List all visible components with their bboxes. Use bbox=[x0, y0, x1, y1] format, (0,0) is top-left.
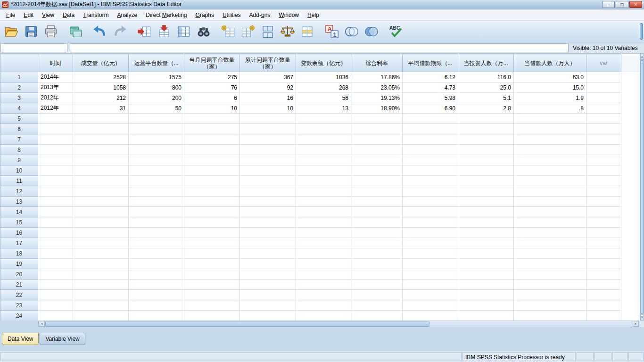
cell-r24-c5[interactable] bbox=[296, 311, 351, 321]
column-header-3[interactable]: 当月问题平台数量 （家） bbox=[184, 54, 240, 72]
column-header-5[interactable]: 贷款余额（亿元） bbox=[296, 54, 351, 72]
use-variable-sets-icon[interactable] bbox=[343, 23, 360, 41]
cell-r22-c0[interactable] bbox=[38, 290, 73, 300]
row-header-23[interactable]: 23 bbox=[0, 300, 38, 311]
cell-r4-c1[interactable]: 31 bbox=[73, 103, 129, 114]
cell-r24-c6[interactable] bbox=[351, 311, 403, 321]
hscroll-track[interactable] bbox=[430, 321, 633, 327]
cell-r15-c4[interactable] bbox=[240, 217, 296, 228]
cell-r13-c10[interactable] bbox=[586, 197, 621, 207]
cell-r7-c6[interactable] bbox=[351, 134, 403, 145]
cell-r6-c7[interactable] bbox=[403, 124, 458, 134]
cell-r2-c0[interactable]: 2013年 bbox=[38, 82, 73, 93]
minimize-button[interactable]: – bbox=[602, 1, 615, 8]
row-header-3[interactable]: 3 bbox=[0, 93, 38, 103]
cell-r13-c3[interactable] bbox=[184, 197, 240, 207]
cell-r19-c1[interactable] bbox=[73, 259, 129, 269]
cell-r10-c6[interactable] bbox=[351, 165, 403, 176]
cell-r1-c5[interactable]: 1036 bbox=[296, 72, 351, 82]
cell-r18-c0[interactable] bbox=[38, 248, 73, 259]
cell-r7-c2[interactable] bbox=[129, 134, 184, 145]
cell-r6-c10[interactable] bbox=[586, 124, 621, 134]
cell-r23-c7[interactable] bbox=[403, 300, 458, 311]
scroll-down-arrow-icon[interactable]: ▼ bbox=[640, 314, 644, 321]
cell-r6-c8[interactable] bbox=[458, 124, 514, 134]
recall-dialogs-icon[interactable] bbox=[67, 23, 84, 41]
cell-r14-c3[interactable] bbox=[184, 207, 240, 217]
print-icon[interactable] bbox=[42, 23, 59, 41]
cell-r24-c7[interactable] bbox=[403, 311, 458, 321]
cell-r2-c7[interactable]: 4.73 bbox=[403, 82, 458, 93]
row-header-15[interactable]: 15 bbox=[0, 217, 38, 228]
cell-r5-c9[interactable] bbox=[514, 114, 586, 124]
cell-r17-c6[interactable] bbox=[351, 238, 403, 248]
close-button[interactable]: × bbox=[629, 1, 642, 8]
scroll-left-arrow-icon[interactable]: ◄ bbox=[39, 321, 45, 327]
cell-r9-c1[interactable] bbox=[73, 155, 129, 165]
cell-r10-c0[interactable] bbox=[38, 165, 73, 176]
cell-r16-c1[interactable] bbox=[73, 228, 129, 238]
cell-r5-c2[interactable] bbox=[129, 114, 184, 124]
cell-r11-c9[interactable] bbox=[514, 176, 586, 186]
cell-r9-c8[interactable] bbox=[458, 155, 514, 165]
cell-r13-c6[interactable] bbox=[351, 197, 403, 207]
cell-r23-c9[interactable] bbox=[514, 300, 586, 311]
cell-r19-c8[interactable] bbox=[458, 259, 514, 269]
cell-r6-c9[interactable] bbox=[514, 124, 586, 134]
column-header-6[interactable]: 综合利率 bbox=[351, 54, 403, 72]
cell-r20-c5[interactable] bbox=[296, 269, 351, 280]
cell-r2-c5[interactable]: 268 bbox=[296, 82, 351, 93]
cell-r20-c4[interactable] bbox=[240, 269, 296, 280]
cell-r6-c0[interactable] bbox=[38, 124, 73, 134]
cell-r4-c6[interactable]: 18.90% bbox=[351, 103, 403, 114]
cell-r23-c2[interactable] bbox=[129, 300, 184, 311]
scroll-up-arrow-icon[interactable]: ▲ bbox=[640, 54, 644, 60]
cell-r18-c6[interactable] bbox=[351, 248, 403, 259]
cell-r14-c2[interactable] bbox=[129, 207, 184, 217]
cell-r19-c9[interactable] bbox=[514, 259, 586, 269]
cell-r11-c0[interactable] bbox=[38, 176, 73, 186]
cell-r16-c4[interactable] bbox=[240, 228, 296, 238]
cell-r23-c1[interactable] bbox=[73, 300, 129, 311]
cell-r14-c7[interactable] bbox=[403, 207, 458, 217]
cell-r5-c0[interactable] bbox=[38, 114, 73, 124]
column-header-7[interactable]: 平均借款期限（... bbox=[403, 54, 458, 72]
row-header-19[interactable]: 19 bbox=[0, 259, 38, 269]
cell-r17-c0[interactable] bbox=[38, 238, 73, 248]
cell-r4-c8[interactable]: 2.8 bbox=[458, 103, 514, 114]
cell-r7-c9[interactable] bbox=[514, 134, 586, 145]
cell-r20-c6[interactable] bbox=[351, 269, 403, 280]
cell-r22-c7[interactable] bbox=[403, 290, 458, 300]
insert-variable-icon[interactable] bbox=[239, 23, 256, 41]
cell-r9-c7[interactable] bbox=[403, 155, 458, 165]
cell-r18-c5[interactable] bbox=[296, 248, 351, 259]
open-data-icon[interactable] bbox=[3, 23, 20, 41]
tab-variable-view[interactable]: Variable View bbox=[40, 333, 85, 345]
cell-r14-c8[interactable] bbox=[458, 207, 514, 217]
cell-r22-c6[interactable] bbox=[351, 290, 403, 300]
cell-r15-c0[interactable] bbox=[38, 217, 73, 228]
cell-r10-c2[interactable] bbox=[129, 165, 184, 176]
cell-r13-c9[interactable] bbox=[514, 197, 586, 207]
cell-edit-field[interactable] bbox=[70, 43, 569, 52]
cell-r24-c10[interactable] bbox=[586, 311, 621, 321]
cell-r2-c6[interactable]: 23.05% bbox=[351, 82, 403, 93]
cell-r17-c2[interactable] bbox=[129, 238, 184, 248]
cell-r21-c1[interactable] bbox=[73, 280, 129, 290]
cell-r24-c4[interactable] bbox=[240, 311, 296, 321]
cell-r12-c2[interactable] bbox=[129, 186, 184, 197]
cell-r20-c8[interactable] bbox=[458, 269, 514, 280]
cell-r22-c3[interactable] bbox=[184, 290, 240, 300]
cell-r22-c8[interactable] bbox=[458, 290, 514, 300]
cell-r14-c9[interactable] bbox=[514, 207, 586, 217]
cell-r9-c5[interactable] bbox=[296, 155, 351, 165]
cell-r11-c10[interactable] bbox=[586, 176, 621, 186]
row-header-12[interactable]: 12 bbox=[0, 186, 38, 197]
cell-r24-c2[interactable] bbox=[129, 311, 184, 321]
cell-r17-c4[interactable] bbox=[240, 238, 296, 248]
cell-r18-c10[interactable] bbox=[586, 248, 621, 259]
column-header-4[interactable]: 累计问题平台数量 （家） bbox=[240, 54, 296, 72]
cell-r16-c2[interactable] bbox=[129, 228, 184, 238]
vertical-scrollbar[interactable]: ▲ ▼ bbox=[640, 54, 644, 321]
undo-icon[interactable] bbox=[91, 23, 108, 41]
